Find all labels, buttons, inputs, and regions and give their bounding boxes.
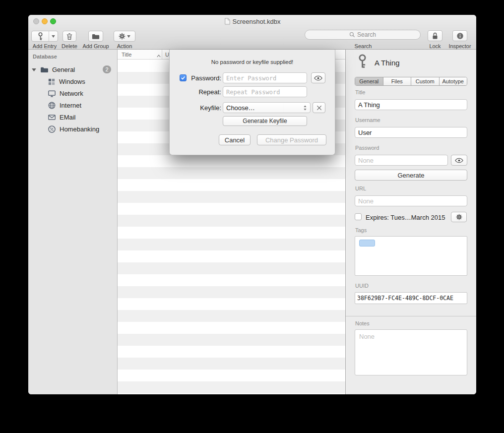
notes-field[interactable]: None [355,329,467,375]
window-title: Screenshot.kdbx [233,18,281,25]
sidebar: Database General 2 Windows Network [28,50,118,394]
tab-files[interactable]: Files [383,77,412,85]
sidebar-item-label: Homebanking [60,125,99,133]
expires-settings-button[interactable] [451,212,467,222]
sidebar-item-homebanking[interactable]: Homebanking [28,123,117,135]
url-field[interactable] [355,195,467,206]
disclosure-triangle-icon[interactable] [32,68,36,71]
password-row-label: Password: [189,74,221,82]
reveal-password-button[interactable] [451,155,467,166]
gear-icon [456,214,462,220]
sidebar-item-general[interactable]: General 2 [28,63,117,76]
generate-label: Generate [397,172,424,179]
tab-custom[interactable]: Custom [411,77,440,85]
search-placeholder: Search [357,31,376,38]
window-title-area: Screenshot.kdbx [28,17,476,25]
eye-icon [455,158,463,163]
windows-icon [48,78,55,85]
trash-icon [66,33,73,40]
inspector-button[interactable] [452,30,467,41]
network-icon [48,90,56,97]
password-checkbox[interactable] [180,74,187,81]
title-label: Title [355,89,365,95]
key-icon [358,54,367,71]
expires-checkbox[interactable] [355,213,362,220]
sidebar-item-internet[interactable]: Internet [28,99,117,112]
sidebar-item-label: Internet [60,102,81,109]
delete-button[interactable] [63,31,76,42]
tab-autotype[interactable]: Autotype [440,77,467,85]
repeat-row-label: Repeat: [189,88,221,96]
generate-keyfile-button[interactable]: Generate Keyfile [223,116,307,126]
search-input[interactable]: Search [305,30,421,40]
expires-label: Expires: Tues…March 2015 [366,214,449,221]
column-divider[interactable] [162,50,162,60]
password-label: Password [355,145,379,151]
key-icon [32,31,49,41]
add-entry-button[interactable] [31,31,58,42]
window-chrome: Screenshot.kdbx Add Entry Delete Add [28,15,476,50]
sidebar-item-email[interactable]: EMail [28,111,117,124]
sidebar-item-windows[interactable]: Windows [28,75,117,88]
globe-icon [48,102,56,109]
chevron-down-icon [49,31,58,41]
title-field[interactable] [355,99,467,110]
inspector-panel: A Thing General Files Custom Autotype Ti… [345,50,476,394]
inspector-tabs: General Files Custom Autotype [355,77,467,86]
folder-plus-icon [92,33,100,40]
sidebar-item-label: EMail [60,114,76,121]
uuid-field[interactable] [355,292,467,304]
generate-keyfile-label: Generate Keyfile [243,118,287,124]
sheet-password-input[interactable] [223,72,307,83]
tab-general[interactable]: General [355,77,383,85]
keyfile-row-label: Keyfile: [189,104,221,112]
notes-placeholder: None [359,333,375,340]
add-group-button[interactable] [88,31,103,42]
lock-icon [432,32,438,40]
envelope-icon [48,115,56,120]
sheet-message: No password or keyfile supplied! [170,59,335,65]
percent-coin-icon [48,125,56,133]
sort-ascending-icon [157,53,161,59]
add-group-label: Add Group [78,43,113,49]
chevron-down-icon [127,35,130,38]
search-icon [349,32,355,38]
notes-label: Notes [355,320,370,326]
close-icon [316,105,322,111]
lock-button[interactable] [428,30,442,41]
app-window: Screenshot.kdbx Add Entry Delete Add [28,15,476,394]
reveal-sheet-password-button[interactable] [311,72,325,83]
tags-label: Tags [355,227,367,233]
sidebar-item-network[interactable]: Network [28,87,117,100]
password-field[interactable] [355,155,448,166]
change-password-label: Change Password [265,136,318,144]
popup-stepper-icon [303,105,307,111]
change-password-button[interactable]: Change Password [257,134,326,145]
gear-icon [119,33,126,40]
info-icon [456,32,464,40]
sidebar-item-label: General [52,66,75,73]
entry-count-badge: 2 [103,65,111,73]
sidebar-item-label: Network [60,90,83,97]
eye-icon [314,75,322,81]
username-label: Username [355,117,380,123]
clear-keyfile-button[interactable] [313,102,325,113]
sidebar-section-header: Database [33,54,57,60]
action-button[interactable] [114,31,135,42]
tag-chip[interactable] [359,240,375,247]
inspector-label: Inspector [445,43,475,49]
column-title[interactable]: Title [122,52,131,58]
keyfile-popup[interactable]: Choose… [223,102,311,113]
change-password-sheet: No password or keyfile supplied! Passwor… [169,50,335,155]
entry-title: A Thing [375,59,400,67]
tags-box[interactable] [355,236,467,276]
cancel-button[interactable]: Cancel [219,134,251,145]
sheet-repeat-input[interactable] [223,86,307,97]
column-username[interactable]: U [165,52,169,58]
section-divider [346,316,476,316]
generate-password-button[interactable]: Generate [355,170,467,181]
cancel-label: Cancel [225,136,245,144]
sidebar-item-label: Windows [59,78,85,85]
action-label: Action [112,43,137,49]
username-field[interactable] [355,127,467,138]
